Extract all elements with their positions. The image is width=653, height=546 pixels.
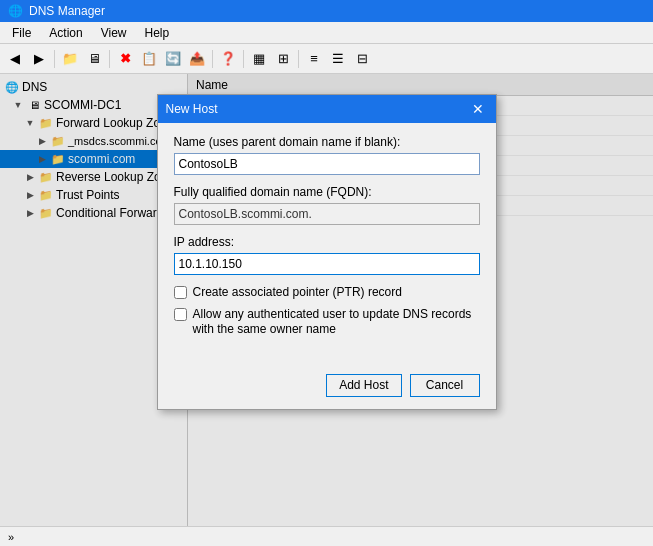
modal-overlay: New Host ✕ Name (uses parent domain name… — [0, 74, 653, 546]
title-bar-icon: 🌐 — [8, 4, 23, 18]
toolbar: ◀ ▶ 📁 🖥 ✖ 📋 🔄 📤 ❓ ▦ ⊞ ≡ ☰ ⊟ — [0, 44, 653, 74]
toolbar-delete[interactable]: ✖ — [114, 48, 136, 70]
toolbar-sep5 — [298, 50, 299, 68]
name-input[interactable] — [174, 153, 480, 175]
dialog-title: New Host — [166, 102, 218, 116]
auth-checkbox-row: Allow any authenticated user to update D… — [174, 307, 480, 338]
title-bar-title: DNS Manager — [29, 4, 105, 18]
status-bar: » — [0, 526, 653, 546]
cancel-button[interactable]: Cancel — [410, 374, 480, 397]
name-label: Name (uses parent domain name if blank): — [174, 135, 480, 149]
ptr-label[interactable]: Create associated pointer (PTR) record — [193, 285, 402, 301]
menu-file[interactable]: File — [4, 24, 39, 42]
toolbar-details[interactable]: ≡ — [303, 48, 325, 70]
dialog-footer: Add Host Cancel — [158, 366, 496, 409]
ip-input[interactable] — [174, 253, 480, 275]
new-host-dialog: New Host ✕ Name (uses parent domain name… — [157, 94, 497, 410]
toolbar-sep4 — [243, 50, 244, 68]
status-arrows: » — [8, 531, 14, 543]
dialog-close-button[interactable]: ✕ — [468, 99, 488, 119]
toolbar-console[interactable]: 🖥 — [83, 48, 105, 70]
ip-label: IP address: — [174, 235, 480, 249]
auth-checkbox[interactable] — [174, 308, 187, 321]
toolbar-help[interactable]: ❓ — [217, 48, 239, 70]
toolbar-filter2[interactable]: ⊞ — [272, 48, 294, 70]
dialog-body: Name (uses parent domain name if blank):… — [158, 123, 496, 356]
title-bar: 🌐 DNS Manager — [0, 0, 653, 22]
toolbar-filter1[interactable]: ▦ — [248, 48, 270, 70]
menu-action[interactable]: Action — [41, 24, 90, 42]
menu-bar: File Action View Help — [0, 22, 653, 44]
toolbar-properties[interactable]: 📋 — [138, 48, 160, 70]
ptr-checkbox[interactable] — [174, 286, 187, 299]
dialog-titlebar: New Host ✕ — [158, 95, 496, 123]
toolbar-forward[interactable]: ▶ — [28, 48, 50, 70]
toolbar-list[interactable]: ☰ — [327, 48, 349, 70]
menu-view[interactable]: View — [93, 24, 135, 42]
toolbar-refresh[interactable]: 🔄 — [162, 48, 184, 70]
toolbar-sep1 — [54, 50, 55, 68]
toolbar-export[interactable]: 📤 — [186, 48, 208, 70]
auth-label[interactable]: Allow any authenticated user to update D… — [193, 307, 480, 338]
toolbar-back[interactable]: ◀ — [4, 48, 26, 70]
toolbar-sep3 — [212, 50, 213, 68]
menu-help[interactable]: Help — [137, 24, 178, 42]
toolbar-icons[interactable]: ⊟ — [351, 48, 373, 70]
toolbar-folder[interactable]: 📁 — [59, 48, 81, 70]
toolbar-sep2 — [109, 50, 110, 68]
fqdn-display: ContosoLB.scommi.com. — [174, 203, 480, 225]
ptr-checkbox-row: Create associated pointer (PTR) record — [174, 285, 480, 301]
fqdn-label: Fully qualified domain name (FQDN): — [174, 185, 480, 199]
add-host-button[interactable]: Add Host — [326, 374, 401, 397]
